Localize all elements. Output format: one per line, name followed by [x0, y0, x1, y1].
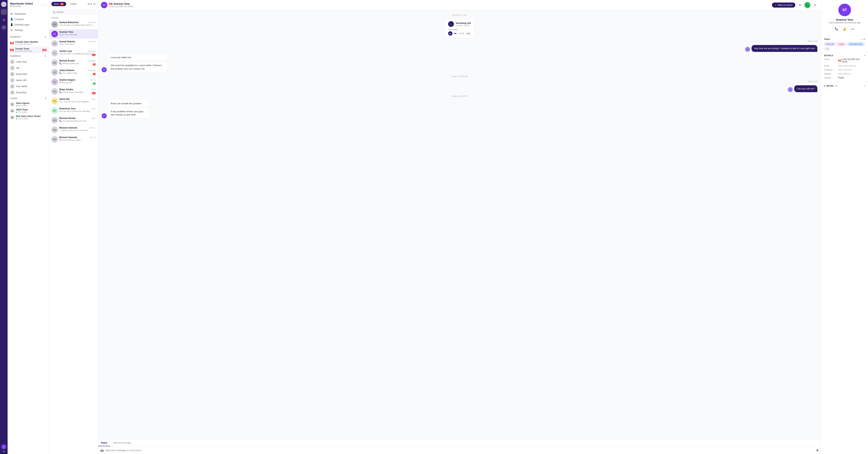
msg-bubble-incoming2: She won't be available for a short while…	[108, 62, 167, 72]
numbers-section-header[interactable]: NUMBERS +	[8, 34, 49, 40]
member-luise[interactable]: L Luise (You)	[8, 59, 49, 65]
conv-sumail-time: 12:00 AM	[88, 41, 96, 43]
recording-label: Recording	[448, 28, 457, 31]
conv-julian[interactable]: JR Julian Roberts Yesterday 📞 You called…	[49, 68, 98, 77]
conv-sophia[interactable]: SV Sophia Vargara Dec 11 ✖ Missed call 6	[49, 77, 98, 87]
member-aron[interactable]: A Aron Hwoth	[8, 83, 49, 90]
nav-settings[interactable]: ⚙ Settings	[8, 27, 49, 33]
nav-download[interactable]: 📱 Dowload Apps	[8, 22, 49, 27]
conv-samuels-preview: 🎙 Mureum sent you a voicemail	[59, 129, 96, 131]
add-tag-button[interactable]: +	[863, 38, 865, 41]
profile-more-btn[interactable]: •••	[849, 26, 856, 32]
member-sunny[interactable]: S Sunny Roy	[8, 90, 49, 96]
email-value[interactable]: Add email address	[838, 65, 865, 67]
conv-sumail[interactable]: SS Sumail Sharma 12:00 AM Joey: Just rea…	[49, 39, 98, 48]
info-icon-btn[interactable]: ℹ	[812, 2, 818, 8]
call-card-top: 📞 Incoming call 11 mins · 12:24	[448, 21, 471, 27]
voicemail-icon: 🎙	[59, 129, 61, 131]
search-input[interactable]	[51, 9, 96, 14]
visibility-value: Public	[838, 76, 865, 79]
check-icon: ✓	[775, 4, 777, 6]
profile-call-btn[interactable]: 📞	[834, 26, 840, 32]
reply-tab-reply[interactable]: Reply	[98, 440, 110, 446]
filter-button[interactable]: All ▾	[88, 3, 92, 5]
call-recording: Recording	[448, 28, 471, 31]
speed-badge: 1.5x	[466, 32, 471, 35]
teams-section-header[interactable]: TEAMS +	[8, 96, 49, 101]
team-intern[interactable]: 🎧 New Sales Intern Teams 11/11 online	[8, 114, 49, 121]
msg-row-james1: Hey how are you doing? I needed to talk …	[102, 45, 817, 52]
members-section-header[interactable]: MEMBERS +	[8, 53, 49, 59]
call-icon: 📞	[59, 62, 62, 65]
profile-notify-btn[interactable]: 🔔	[842, 26, 848, 32]
conv-robertson-body: Robertson Joss Jan1 Can we have a game t…	[59, 107, 96, 112]
number-toronto[interactable]: 🇨🇦 Torento Team (+1) 452 245 XXXX 99	[8, 46, 49, 53]
tag-krispcall[interactable]: Krispcall	[824, 42, 836, 46]
team-intern-info: New Sales Intern Teams 11/11 online	[16, 115, 46, 120]
member-jay-name: Jay	[16, 67, 19, 69]
tab-open[interactable]: Open 20	[51, 2, 66, 6]
conv-jenifer-name: Jenifer Loys	[59, 50, 72, 53]
conv-darlene-avatar: DR	[51, 21, 58, 28]
conv-mureum-hisoka[interactable]: MH Mureum Hisoka Jan1 📞 You declined Mur…	[49, 116, 98, 125]
send-button[interactable]: ➤	[816, 448, 819, 452]
notes-section[interactable]: ▸ NOTES 0 +	[821, 83, 868, 89]
more-options-icon[interactable]: ⋮	[93, 31, 96, 34]
add-team-button[interactable]: +	[45, 97, 46, 100]
add-button[interactable]: +	[1, 25, 6, 30]
team-sales[interactable]: 🎧 Sales Agents 0/11 online	[8, 101, 49, 107]
conv-robertson-avatar: RJ	[51, 107, 58, 114]
conv-julian-avatar: JR	[51, 69, 58, 75]
grid-icon[interactable]: ⊞	[1, 17, 7, 23]
grid-icon-header[interactable]: ⋮⋮	[41, 3, 46, 6]
user-avatar[interactable]: U	[1, 444, 6, 449]
message-input[interactable]	[105, 449, 815, 452]
tag-potential[interactable]: Potential Client	[847, 42, 865, 46]
team-intern-online: 11/11 online	[16, 118, 46, 120]
add-note-button[interactable]: +	[864, 84, 865, 88]
nav-dashboard[interactable]: ⊞ Dashboard	[8, 11, 49, 17]
msg-row-incoming2: ST Rose can handle this problem If any p…	[102, 100, 817, 118]
tab-closed[interactable]: Closed	[68, 2, 79, 6]
call-icon-btn[interactable]: 📞	[804, 2, 810, 8]
nav-contacts[interactable]: 👤 Contacts	[8, 17, 49, 22]
address-value[interactable]: Add address	[838, 72, 865, 75]
conv-scarson-body: Scarson Tenz Ryan: Tom. Morning	[59, 31, 96, 36]
member-rossy[interactable]: R Rossy Dest	[8, 71, 49, 77]
add-number-button[interactable]: +	[45, 35, 46, 38]
conv-jenifer[interactable]: JL Jenifer Loys Yesterday Can we have a …	[49, 48, 98, 58]
conv-darlene[interactable]: DR Darlene Robertson 12:00 AM Can we hav…	[49, 20, 98, 29]
conv-sumail-name: Sumail Sharma	[59, 40, 75, 43]
conv-hisoka-time: Jan1	[92, 117, 96, 119]
conv-mureum-samuels[interactable]: MS Mureum Samuels Dec 11 🎙 Mureum sent y…	[49, 125, 98, 135]
number-canada[interactable]: 🇨🇦 Canada Sales Number (+1) 452 145 XXXX	[8, 40, 49, 46]
play-button[interactable]: ▶	[448, 31, 453, 36]
member-james[interactable]: J James Jeff	[8, 77, 49, 83]
conv-robertson[interactable]: RJ Robertson Joss Jan1 Can we have a gam…	[49, 106, 98, 116]
team-uiux[interactable]: 🎧 UI/UX Team 7/11 online	[8, 107, 49, 114]
conv-scarson-preview: Ryan: Tom. Morning	[59, 33, 96, 36]
mark-closed-button[interactable]: ✓ Mark as closed	[772, 3, 795, 8]
conv-sophia-avatar: SV	[51, 78, 58, 85]
conv-samuels-avatar: MS	[51, 127, 58, 133]
details-section-header[interactable]: DETAILS ▾	[824, 55, 865, 57]
tags-section-header[interactable]: TAGS ▾ +	[824, 38, 865, 41]
member-jay[interactable]: J Jay	[8, 65, 49, 71]
email-icon-btn[interactable]: ✉	[797, 2, 803, 8]
conv-scarson[interactable]: ST Scarson Tenz Ryan: Tom. Morning ⋮	[49, 29, 98, 39]
phone-icon[interactable]: 📞	[1, 9, 7, 15]
reply-tab-internal[interactable]: Internal message	[110, 440, 134, 446]
conv-samuels-name: Mureum Samuels	[59, 127, 77, 129]
canada-number-name: Canada Sales Number	[15, 41, 46, 43]
tag-more[interactable]: +4	[824, 47, 830, 51]
conv-saina[interactable]: SS Saina Sky Jan1 Jay: Can we have a luc…	[49, 96, 98, 106]
conv-michael-name: Michael Essien	[59, 60, 75, 62]
company-value[interactable]: Add company	[838, 68, 865, 71]
conv-rojan[interactable]: RA Rojan Alaska Jan 2 📞 Call to Rojan ca…	[49, 87, 98, 96]
conv-samuels-time: Dec 11	[90, 127, 96, 129]
conv-mureum-samuels2[interactable]: MS Mureum Samuels Dec 11 ✖ Call to Mureu…	[49, 135, 98, 144]
conv-michael[interactable]: ME Michael Essien Yesterday 📞 Michael ca…	[49, 58, 98, 68]
tag-leads[interactable]: Leads	[837, 42, 846, 46]
add-member-button[interactable]: +	[45, 55, 46, 58]
compose-button[interactable]: ✏	[93, 2, 96, 6]
